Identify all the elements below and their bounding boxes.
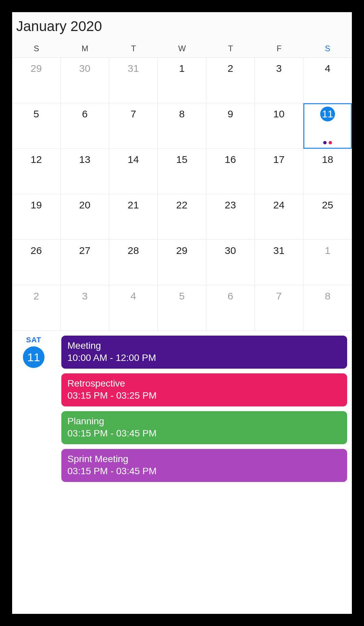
dow-label: S: [303, 44, 352, 53]
day-number: 26: [29, 243, 44, 258]
day-number: 17: [272, 152, 286, 167]
day-cell[interactable]: 19: [12, 194, 61, 240]
day-cell[interactable]: 29: [158, 240, 206, 285]
day-number: 3: [78, 289, 92, 304]
day-cell[interactable]: 6: [206, 285, 255, 331]
day-cell[interactable]: 24: [255, 194, 303, 240]
day-cell[interactable]: 4: [109, 285, 158, 331]
day-cell[interactable]: 31: [109, 58, 158, 103]
day-cell[interactable]: 21: [109, 194, 158, 240]
day-number: 31: [272, 243, 286, 258]
day-cell[interactable]: 12: [12, 149, 61, 194]
dow-label: M: [61, 44, 109, 53]
day-number: 19: [29, 198, 44, 212]
day-cell[interactable]: 4: [303, 58, 352, 103]
day-number: 18: [320, 152, 335, 167]
day-cell[interactable]: 31: [255, 240, 303, 285]
day-cell[interactable]: 5: [12, 103, 61, 149]
day-number: 16: [223, 152, 238, 167]
day-number: 28: [126, 243, 141, 258]
day-cell[interactable]: 23: [206, 194, 255, 240]
day-cell[interactable]: 1: [303, 240, 352, 285]
day-number: 24: [272, 198, 286, 212]
day-cell[interactable]: 30: [206, 240, 255, 285]
day-number: 22: [175, 198, 189, 212]
day-number: 30: [223, 243, 238, 258]
day-number: 7: [126, 107, 141, 121]
day-cell[interactable]: 14: [109, 149, 158, 194]
day-cell[interactable]: 17: [255, 149, 303, 194]
day-cell[interactable]: 25: [303, 194, 352, 240]
day-number: 1: [320, 243, 335, 258]
calendar-app: January 2020 SMTWTFS 2930311234567891011…: [12, 12, 352, 614]
event-card[interactable]: Retrospective03:15 PM - 03:25 PM: [61, 373, 347, 406]
day-number: 2: [223, 61, 238, 76]
day-number: 6: [78, 107, 92, 121]
day-cell[interactable]: 27: [61, 240, 109, 285]
event-card[interactable]: Planning03:15 PM - 03:45 PM: [61, 411, 347, 444]
month-title: January 2020: [16, 18, 348, 34]
day-cell[interactable]: 9: [206, 103, 255, 149]
day-number: 29: [175, 243, 189, 258]
day-number: 4: [320, 61, 335, 76]
day-number: 31: [126, 61, 141, 76]
day-cell[interactable]: 7: [255, 285, 303, 331]
event-time: 03:15 PM - 03:45 PM: [67, 466, 341, 477]
agenda-day-circle: 11: [23, 346, 44, 368]
day-cell[interactable]: 29: [12, 58, 61, 103]
day-of-week-row: SMTWTFS: [12, 38, 352, 57]
agenda-panel: SAT 11 Meeting10:00 AM - 12:00 PMRetrosp…: [12, 331, 352, 614]
event-dot-icon: [323, 141, 327, 144]
day-number: 9: [223, 107, 238, 121]
day-cell[interactable]: 6: [61, 103, 109, 149]
event-title: Retrospective: [67, 378, 341, 389]
day-cell[interactable]: 11: [303, 103, 352, 149]
day-cell[interactable]: 8: [158, 103, 206, 149]
event-dots: [303, 141, 352, 144]
day-number: 14: [126, 152, 141, 167]
day-number: 3: [272, 61, 286, 76]
event-time: 03:15 PM - 03:25 PM: [67, 390, 341, 401]
event-title: Sprint Meeting: [67, 454, 341, 464]
day-cell[interactable]: 30: [61, 58, 109, 103]
day-cell[interactable]: 28: [109, 240, 158, 285]
day-cell[interactable]: 18: [303, 149, 352, 194]
day-number: 12: [29, 152, 44, 167]
day-cell[interactable]: 20: [61, 194, 109, 240]
day-cell[interactable]: 3: [61, 285, 109, 331]
dow-label: T: [206, 44, 255, 53]
event-dot-icon: [329, 141, 332, 144]
day-number: 4: [126, 289, 141, 304]
day-number: 30: [78, 61, 92, 76]
day-cell[interactable]: 13: [61, 149, 109, 194]
agenda-events: Meeting10:00 AM - 12:00 PMRetrospective0…: [61, 336, 347, 609]
event-card[interactable]: Sprint Meeting03:15 PM - 03:45 PM: [61, 449, 347, 482]
day-number: 5: [175, 289, 189, 304]
day-cell[interactable]: 2: [12, 285, 61, 331]
day-cell[interactable]: 22: [158, 194, 206, 240]
day-number: 25: [320, 198, 335, 212]
day-number: 27: [78, 243, 92, 258]
day-cell[interactable]: 2: [206, 58, 255, 103]
event-card[interactable]: Meeting10:00 AM - 12:00 PM: [61, 336, 347, 369]
agenda-date: SAT 11: [12, 336, 55, 609]
month-grid: 2930311234567891011121314151617181920212…: [12, 57, 352, 331]
day-number: 23: [223, 198, 238, 212]
day-number: 11: [320, 107, 335, 121]
day-number: 2: [29, 289, 44, 304]
day-cell[interactable]: 7: [109, 103, 158, 149]
day-number: 8: [320, 289, 335, 304]
day-cell[interactable]: 1: [158, 58, 206, 103]
day-cell[interactable]: 8: [303, 285, 352, 331]
event-time: 10:00 AM - 12:00 PM: [67, 352, 341, 363]
day-number: 1: [175, 61, 189, 76]
day-cell[interactable]: 10: [255, 103, 303, 149]
day-number: 15: [175, 152, 189, 167]
day-cell[interactable]: 15: [158, 149, 206, 194]
day-cell[interactable]: 3: [255, 58, 303, 103]
day-cell[interactable]: 26: [12, 240, 61, 285]
dow-label: S: [12, 44, 61, 53]
day-cell[interactable]: 16: [206, 149, 255, 194]
day-number: 5: [29, 107, 44, 121]
day-cell[interactable]: 5: [158, 285, 206, 331]
